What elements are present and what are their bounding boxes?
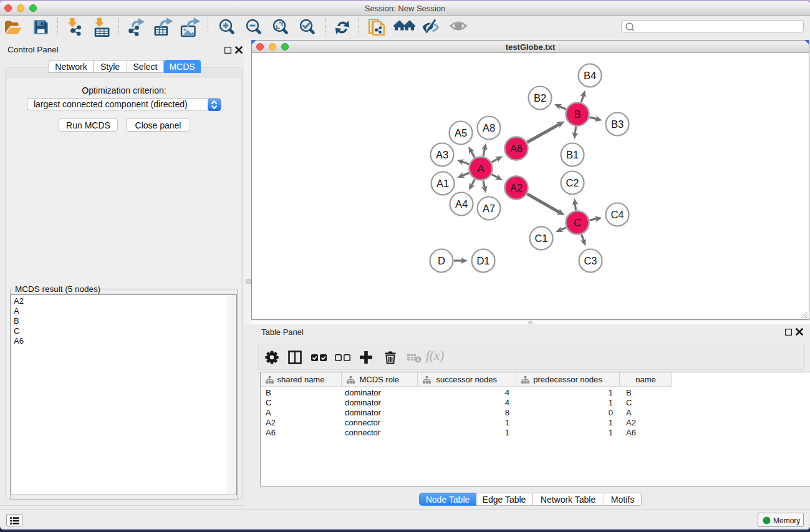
svg-text:C: C (574, 217, 581, 228)
svg-text:C2: C2 (566, 177, 579, 188)
svg-text:A1: A1 (436, 178, 449, 189)
svg-text:D1: D1 (476, 255, 489, 266)
svg-text:B2: B2 (534, 92, 546, 104)
svg-text:D: D (438, 255, 445, 266)
svg-text:A8: A8 (483, 122, 495, 133)
svg-text:A3: A3 (436, 149, 448, 160)
svg-text:C3: C3 (584, 255, 597, 266)
svg-text:A2: A2 (510, 182, 523, 193)
svg-text:C1: C1 (534, 233, 547, 244)
svg-text:B3: B3 (611, 118, 624, 130)
svg-text:A5: A5 (455, 127, 467, 138)
svg-text:B1: B1 (566, 149, 579, 160)
svg-text:A4: A4 (455, 198, 468, 210)
svg-text:A: A (477, 163, 484, 174)
svg-text:A6: A6 (510, 143, 523, 154)
svg-text:C4: C4 (610, 209, 624, 220)
svg-text:B4: B4 (584, 70, 596, 81)
svg-text:B: B (574, 109, 581, 120)
svg-text:A7: A7 (483, 203, 495, 214)
